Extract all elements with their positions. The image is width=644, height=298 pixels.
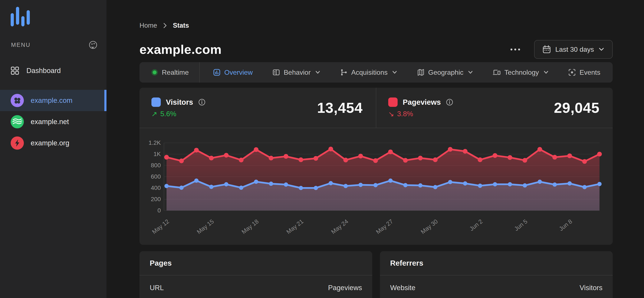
svg-text:May 12: May 12 xyxy=(151,218,170,235)
menu-section-label: MENU xyxy=(11,42,31,48)
tab-technology[interactable]: Technology xyxy=(493,68,548,76)
pageviews-stat: Pageviews ↘ 3.8% 29,045 xyxy=(376,88,613,128)
svg-text:Jun 8: Jun 8 xyxy=(558,218,573,232)
svg-text:800: 800 xyxy=(151,162,161,169)
svg-text:May 21: May 21 xyxy=(285,218,304,235)
sidebar: MENU Dashboard xyxy=(0,0,106,298)
tab-acquisitions[interactable]: Acquisitions xyxy=(340,68,397,76)
svg-text:0: 0 xyxy=(158,207,161,214)
chevron-down-icon xyxy=(599,47,604,51)
sidebar-site-example-net[interactable]: example.net xyxy=(0,111,106,132)
visitors-pageviews-chart[interactable]: 02004006008001K1.2KMay 12May 15May 18May… xyxy=(140,128,613,245)
stat-change: 5.6% xyxy=(160,110,176,118)
breadcrumb-home-link[interactable]: Home xyxy=(140,22,157,29)
tabbar-divider xyxy=(199,62,200,83)
site-badge-clover-icon xyxy=(11,94,24,107)
visitors-stat: Visitors ↗ 5.6% 13,454 xyxy=(140,88,376,128)
trend-down-arrow-icon: ↘ xyxy=(388,110,394,118)
svg-text:Jun 2: Jun 2 xyxy=(468,218,484,232)
svg-text:May 15: May 15 xyxy=(196,218,215,235)
bar-chart-logo-icon xyxy=(11,7,34,26)
overview-chart-icon xyxy=(213,68,221,76)
panel-title: Pages xyxy=(140,251,372,276)
svg-text:1K: 1K xyxy=(154,151,161,157)
tab-label: Technology xyxy=(504,68,539,76)
svg-text:May 18: May 18 xyxy=(240,218,260,235)
site-name: example.com xyxy=(31,96,72,104)
svg-text:May 30: May 30 xyxy=(420,218,439,235)
svg-text:600: 600 xyxy=(151,173,161,180)
events-scan-icon xyxy=(568,68,576,76)
acquisitions-branch-icon xyxy=(340,68,348,76)
tab-label: Acquisitions xyxy=(351,68,388,76)
sidebar-site-example-com[interactable]: example.com xyxy=(0,90,106,111)
referrers-panel: Referrers Website Visitors xyxy=(380,251,613,298)
svg-text:May 24: May 24 xyxy=(330,218,349,235)
tab-events[interactable]: Events xyxy=(568,68,600,76)
svg-text:May 27: May 27 xyxy=(375,218,394,235)
page-title: example.com xyxy=(140,42,222,57)
site-name: example.net xyxy=(31,118,69,126)
tab-overview[interactable]: Overview xyxy=(213,68,252,76)
svg-text:Jun 5: Jun 5 xyxy=(513,218,528,232)
column-header-visitors[interactable]: Visitors xyxy=(580,284,602,292)
pages-panel: Pages URL Pageviews xyxy=(140,251,372,298)
chevron-down-icon xyxy=(544,71,548,74)
tab-label: Realtime xyxy=(162,68,189,76)
realtime-status-dot xyxy=(151,69,158,76)
pageviews-legend-swatch xyxy=(388,97,398,107)
calendar-icon xyxy=(543,45,551,54)
geographic-map-icon xyxy=(417,68,425,76)
svg-text:200: 200 xyxy=(151,196,161,202)
tab-label: Behavior xyxy=(284,68,310,76)
svg-text:1.2K: 1.2K xyxy=(148,139,161,146)
date-range-label: Last 30 days xyxy=(556,45,594,53)
more-options-button[interactable] xyxy=(508,46,522,52)
sidebar-site-example-org[interactable]: example.org xyxy=(0,132,106,154)
tab-label: Geographic xyxy=(428,68,464,76)
breadcrumb: Home Stats xyxy=(140,0,613,29)
stat-change: 3.8% xyxy=(397,110,413,118)
visitors-legend-swatch xyxy=(152,97,161,107)
panel-title: Referrers xyxy=(380,251,613,276)
tab-realtime[interactable]: Realtime xyxy=(151,68,189,76)
tab-behavior[interactable]: Behavior xyxy=(272,68,320,76)
stats-chart-card: Visitors ↗ 5.6% 13,454 xyxy=(140,88,613,245)
dashboard-grid-icon xyxy=(11,66,19,75)
tab-geographic[interactable]: Geographic xyxy=(417,68,473,76)
date-range-button[interactable]: Last 30 days xyxy=(534,40,613,59)
site-name: example.org xyxy=(31,139,70,147)
chevron-right-icon xyxy=(163,22,168,29)
tab-label: Events xyxy=(580,68,600,76)
trend-up-arrow-icon: ↗ xyxy=(152,110,158,118)
stat-label: Visitors xyxy=(166,98,193,106)
tab-label: Overview xyxy=(224,68,252,76)
column-header-url[interactable]: URL xyxy=(150,284,164,292)
section-tabbar: Realtime Overview Beha xyxy=(140,62,613,83)
column-header-pageviews[interactable]: Pageviews xyxy=(328,284,362,292)
site-badge-bolt-icon xyxy=(11,136,24,150)
technology-devices-icon xyxy=(493,68,501,76)
behavior-layout-icon xyxy=(272,68,280,76)
stat-label: Pageviews xyxy=(403,98,441,106)
column-header-website[interactable]: Website xyxy=(390,284,416,292)
main-content: Home Stats example.com Last 30 days xyxy=(106,0,644,298)
chevron-down-icon xyxy=(392,71,397,74)
sidebar-item-label: Dashboard xyxy=(26,67,61,75)
breadcrumb-current: Stats xyxy=(173,22,189,29)
pageviews-value: 29,045 xyxy=(554,99,600,116)
visitors-value: 13,454 xyxy=(317,99,363,116)
theme-toggle-icon[interactable] xyxy=(88,40,98,49)
chevron-down-icon xyxy=(468,71,473,74)
site-badge-waves-icon xyxy=(11,115,24,128)
app-logo[interactable] xyxy=(0,0,106,26)
sidebar-item-dashboard[interactable]: Dashboard xyxy=(0,60,106,81)
svg-text:400: 400 xyxy=(151,185,161,191)
info-icon[interactable] xyxy=(198,99,206,106)
chevron-down-icon xyxy=(315,71,320,74)
info-icon[interactable] xyxy=(446,99,453,106)
